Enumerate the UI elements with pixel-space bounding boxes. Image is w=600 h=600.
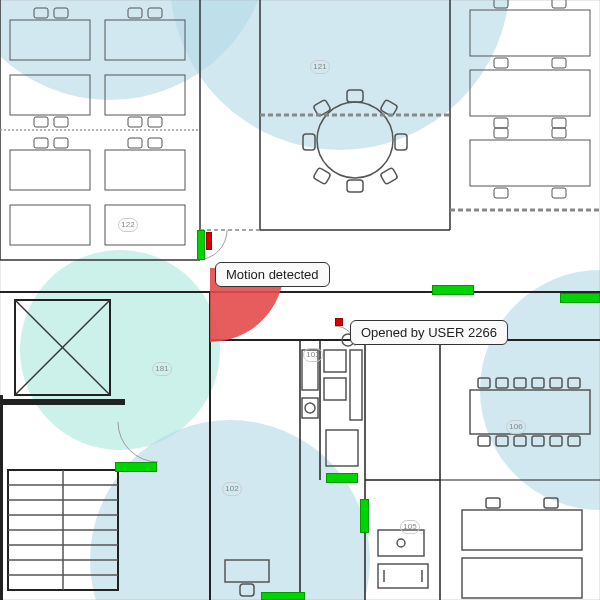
tooltip-opened-by: Opened by USER 2266 (350, 320, 508, 345)
door-sensor-103[interactable] (326, 473, 358, 483)
room-label-106: 106 (506, 420, 526, 434)
room-label-181: 181 (152, 362, 172, 376)
room-label-121: 121 (310, 60, 330, 74)
room-label-103: 103 (303, 348, 323, 362)
room-label-102: 102 (222, 482, 242, 496)
alert-wedge (0, 0, 600, 600)
door-sensor-1[interactable] (197, 230, 205, 260)
door-sensor-1-alert[interactable] (206, 232, 212, 250)
door-sensor-corridor-1[interactable] (432, 285, 474, 295)
door-sensor-corridor-2[interactable] (560, 293, 600, 303)
door-sensor-left[interactable] (115, 462, 157, 472)
door-sensor-alert-marker[interactable] (335, 318, 343, 326)
room-label-122: 122 (118, 218, 138, 232)
room-label-105: 105 (400, 520, 420, 534)
floor-plan-canvas[interactable]: 121 122 181 103 102 105 106 Motion detec… (0, 0, 600, 600)
door-sensor-102[interactable] (261, 592, 305, 600)
door-sensor-105[interactable] (360, 499, 369, 533)
tooltip-motion-detected: Motion detected (215, 262, 330, 287)
